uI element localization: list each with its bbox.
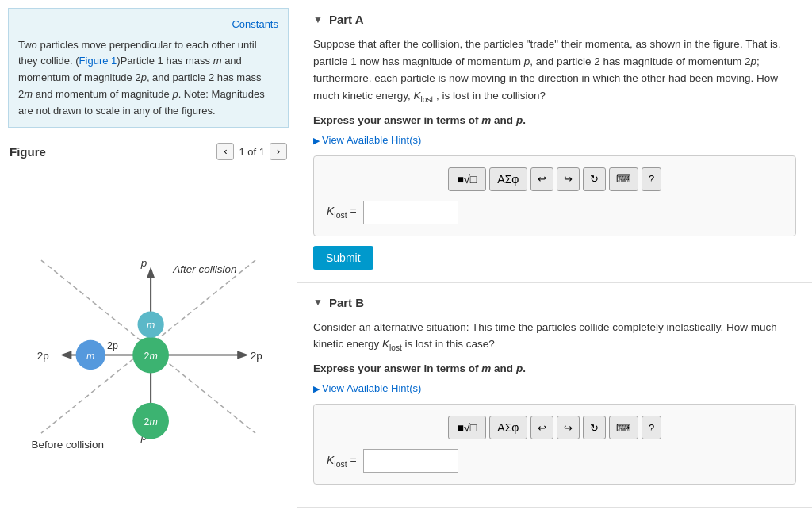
figure1-link[interactable]: Figure 1 — [79, 55, 117, 67]
part-a-header: ▼ Part A — [313, 13, 796, 26]
figure-navigation: ‹ 1 of 1 › — [216, 143, 287, 160]
constants-link[interactable]: Constants — [18, 17, 278, 33]
part-b-collapse[interactable]: ▼ — [313, 297, 323, 308]
part-a-submit-button[interactable]: Submit — [313, 246, 373, 270]
right-panel: ▼ Part A Suppose that after the collisio… — [297, 0, 812, 510]
part-a-collapse[interactable]: ▼ — [313, 14, 323, 25]
part-a-description: Suppose that after the collision, the pa… — [313, 36, 796, 106]
part-b-express: Express your answer in terms of m and p. — [313, 362, 796, 374]
part-b-input-row: Klost = — [327, 449, 783, 473]
mass-m: m — [213, 55, 222, 67]
part-b-toolbar-undo-btn[interactable]: ↩ — [530, 416, 553, 439]
toolbar-redo-btn[interactable]: ↪ — [557, 167, 580, 191]
part-b-description: Consider an alternative situation: This … — [313, 319, 796, 355]
part-b-section: ▼ Part B Consider an alternative situati… — [297, 283, 812, 508]
svg-text:p: p — [140, 258, 147, 270]
part-b-toolbar-redo-btn[interactable]: ↪ — [557, 416, 580, 439]
mass-2m: m — [24, 88, 33, 100]
next-figure-button[interactable]: › — [270, 143, 287, 160]
part-b-title: Part B — [329, 296, 364, 309]
part-b-answer-input[interactable] — [363, 449, 458, 473]
part-a-section: ▼ Part A Suppose that after the collisio… — [297, 0, 812, 283]
after-collision-label: After collision — [172, 263, 236, 275]
part-b-hint-link[interactable]: View Available Hint(s) — [313, 382, 796, 394]
part-a-answer-input[interactable] — [363, 201, 458, 224]
problem-description: Constants Two particles move perpendicul… — [8, 8, 289, 128]
left-panel: Constants Two particles move perpendicul… — [0, 0, 297, 510]
toolbar-help-btn[interactable]: ? — [642, 167, 661, 191]
part-b-toolbar-keyboard-btn[interactable]: ⌨ — [609, 416, 638, 439]
figure-title: Figure — [10, 145, 216, 159]
svg-text:2p: 2p — [107, 341, 118, 352]
svg-text:2p: 2p — [251, 350, 262, 362]
part-a-hint-link[interactable]: View Available Hint(s) — [313, 134, 796, 146]
part-a-k-label: Klost = — [327, 205, 357, 220]
part-a-input-row: Klost = — [327, 201, 783, 224]
page-indicator: 1 of 1 — [239, 146, 265, 158]
toolbar-greek-btn[interactable]: ΑΣφ — [489, 167, 527, 191]
part-a-toolbar: ■√□ ΑΣφ ↩ ↪ ↻ ⌨ ? — [327, 167, 783, 191]
toolbar-refresh-btn[interactable]: ↻ — [583, 167, 606, 191]
figure-svg: After collision p 2p p — [0, 167, 297, 510]
part-b-header: ▼ Part B — [313, 296, 796, 309]
figure-header: Figure ‹ 1 of 1 › — [0, 136, 297, 167]
momentum-p: p — [172, 88, 178, 100]
toolbar-keyboard-btn[interactable]: ⌨ — [609, 167, 638, 191]
part-a-title: Part A — [329, 13, 364, 26]
figure-section: Figure ‹ 1 of 1 › After collision p — [0, 136, 297, 510]
svg-text:m: m — [147, 320, 155, 332]
svg-marker-3 — [147, 267, 155, 279]
part-b-answer-box: ■√□ ΑΣφ ↩ ↪ ↻ ⌨ ? Klost = — [313, 404, 796, 485]
toolbar-matrix-btn[interactable]: ■√□ — [448, 167, 486, 191]
part-b-toolbar-greek-btn[interactable]: ΑΣφ — [489, 416, 527, 439]
svg-text:2p: 2p — [37, 350, 49, 362]
figure-canvas: After collision p 2p p — [0, 167, 297, 510]
prev-figure-button[interactable]: ‹ — [216, 143, 234, 160]
svg-text:2m: 2m — [144, 351, 157, 362]
part-a-answer-box: ■√□ ΑΣφ ↩ ↪ ↻ ⌨ ? Klost = — [313, 155, 796, 236]
toolbar-undo-btn[interactable]: ↩ — [530, 167, 553, 191]
part-b-k-label: Klost = — [327, 454, 357, 469]
part-b-toolbar-matrix-btn[interactable]: ■√□ — [448, 416, 486, 439]
part-a-express: Express your answer in terms of m and p. — [313, 114, 796, 126]
part-b-toolbar-refresh-btn[interactable]: ↻ — [583, 416, 606, 439]
svg-text:2m: 2m — [144, 416, 157, 428]
part-b-toolbar: ■√□ ΑΣφ ↩ ↪ ↻ ⌨ ? — [327, 416, 783, 439]
svg-marker-6 — [237, 351, 249, 359]
svg-marker-12 — [60, 351, 72, 359]
svg-text:m: m — [86, 351, 94, 362]
momentum-2p: p — [141, 71, 147, 83]
part-b-toolbar-help-btn[interactable]: ? — [642, 416, 661, 439]
before-collision-label: Before collision — [31, 439, 104, 451]
